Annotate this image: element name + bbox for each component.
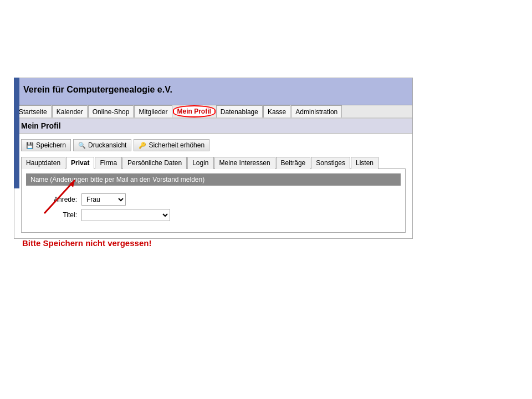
sub-tab-sonstiges[interactable]: Sonstiges [311,157,350,169]
nav-tab-kalender[interactable]: Kalender [52,105,88,117]
nav-tab-administration[interactable]: Administration [291,105,342,117]
site-title: Verein für Computergenealogie e.V. [23,85,403,95]
nav-tab-mein-profil[interactable]: Mein Profil [173,105,216,117]
left-accent-bar [14,78,19,188]
nav-bar: StartseiteKalenderOnline-ShopMitgliederM… [14,105,412,119]
druckansicht-label: Druckansicht [88,141,126,149]
speichern-label: Speichern [36,141,66,149]
sub-tab-privat[interactable]: Privat [66,157,94,169]
sub-tab-firma[interactable]: Firma [95,157,122,169]
sub-tabs: HauptdatenPrivatFirmaPersönliche DatenLo… [21,157,406,169]
speichern-button[interactable]: 💾 Speichern [21,139,71,151]
sicherheit-button[interactable]: 🔑 Sicherheit erhöhen [134,139,209,151]
svg-line-0 [44,180,75,213]
sub-tab-login[interactable]: Login [187,157,213,169]
sicherheit-label: Sicherheit erhöhen [149,141,204,149]
nav-tab-kasse[interactable]: Kasse [263,105,290,117]
nav-tab-startseite[interactable]: Startseite [14,105,52,117]
nav-tab-online-shop[interactable]: Online-Shop [88,105,134,117]
druckansicht-button[interactable]: 🔍 Druckansicht [73,139,131,151]
annotation-text: Bitte Speichern nicht vergessen! [22,238,151,248]
sub-tab-beitraege[interactable]: Beiträge [276,157,311,169]
anrede-select[interactable]: Frau Herr Divers [81,193,126,206]
sicherheit-icon: 🔑 [139,142,146,149]
nav-tab-mitglieder[interactable]: Mitglieder [134,105,172,117]
sub-tab-persoenliche-daten[interactable]: Persönliche Daten [122,157,187,169]
page-title: Mein Profil [21,121,61,130]
toolbar: 💾 Speichern 🔍 Druckansicht 🔑 Sicherheit … [21,139,406,151]
sub-tab-hauptdaten[interactable]: Hauptdaten [21,157,65,169]
sub-tab-listen[interactable]: Listen [351,157,378,169]
titel-select[interactable] [81,209,170,221]
druckansicht-icon: 🔍 [78,142,86,149]
nav-tab-datenablage[interactable]: Datenablage [216,105,263,117]
speichern-icon: 💾 [26,142,34,149]
site-header: Verein für Computergenealogie e.V. [14,78,412,105]
page-title-bar: Mein Profil [14,119,412,134]
sub-tab-meine-interessen[interactable]: Meine Interessen [214,157,275,169]
arrow-svg [39,172,83,216]
